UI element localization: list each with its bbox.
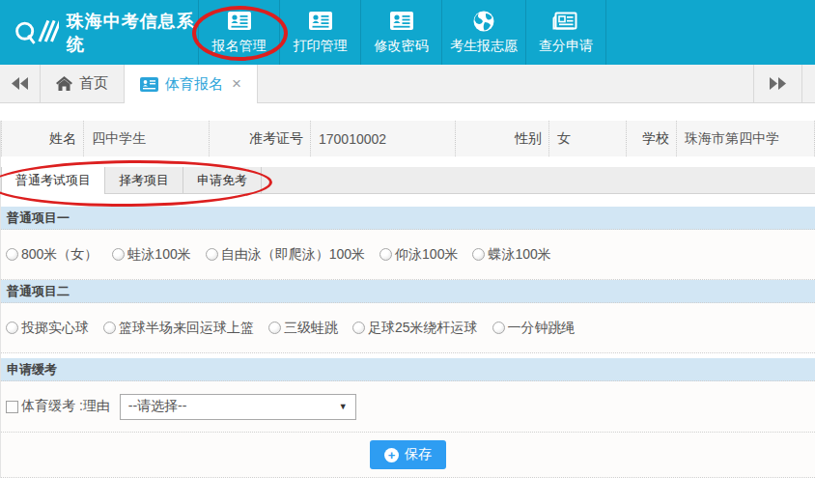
id-card-icon xyxy=(307,11,334,34)
id-card-icon xyxy=(226,11,253,34)
deferral-checkbox[interactable] xyxy=(6,401,18,413)
radio-icon[interactable] xyxy=(352,322,365,334)
deferral-checkbox-label: 体育缓考 :理由 xyxy=(21,398,110,415)
nav-label: 修改密码 xyxy=(375,38,429,55)
radio-option-jump-rope[interactable]: 一分钟跳绳 xyxy=(492,320,576,337)
nav-item-score-inquiry[interactable]: 查分申请 xyxy=(525,0,606,65)
tabbar-spacer xyxy=(258,65,753,102)
gender-label: 性别 xyxy=(455,121,548,156)
radio-option-basketball-layup[interactable]: 篮球半场来回运球上篮 xyxy=(103,320,254,337)
newspaper-icon xyxy=(552,11,579,34)
nav-item-registration[interactable]: 报名管理 xyxy=(198,0,279,65)
content-panel: 姓名 四中学生 准考证号 170010002 性别 女 学校 珠海市第四中学 普… xyxy=(0,121,815,478)
subtabs-spacer xyxy=(262,167,815,193)
nav-item-candidate-preferences[interactable]: 考生报志愿 xyxy=(441,0,525,65)
sports-registration-form: 普通项目一 800米（女） 蛙泳100米 自由泳（即爬泳）100米 仰泳100米… xyxy=(1,194,815,478)
radio-option-800m[interactable]: 800米（女） xyxy=(6,246,98,264)
deferral-row: 体育缓考 :理由 --请选择-- ▼ xyxy=(1,381,815,432)
nav-item-print[interactable]: 打印管理 xyxy=(279,0,360,65)
gender-value: 女 xyxy=(548,121,626,156)
double-chevron-left-icon xyxy=(12,77,28,90)
radio-icon[interactable] xyxy=(268,322,281,334)
home-icon xyxy=(56,76,72,91)
radio-icon[interactable] xyxy=(492,322,505,334)
nav-label: 查分申请 xyxy=(539,38,593,55)
student-info-row: 姓名 四中学生 准考证号 170010002 性别 女 学校 珠海市第四中学 xyxy=(1,121,815,156)
radio-option-soccer-dribble[interactable]: 足球25米绕杆运球 xyxy=(352,320,478,337)
tab-home[interactable]: 首页 xyxy=(41,65,125,102)
plus-icon: + xyxy=(384,448,399,462)
tab-home-label: 首页 xyxy=(79,74,108,93)
globe-icon xyxy=(471,11,496,34)
registration-subtabs: 普通考试项目 择考项目 申请免考 xyxy=(1,167,815,194)
nav-label: 考生报志愿 xyxy=(450,38,518,55)
radio-icon[interactable] xyxy=(112,248,125,261)
chevron-down-icon: ▼ xyxy=(339,402,348,411)
nav-label: 打印管理 xyxy=(294,38,348,55)
subtab-normal-exam-items[interactable]: 普通考试项目 xyxy=(1,167,105,194)
radio-icon[interactable] xyxy=(6,322,18,334)
tab-sports-registration[interactable]: 体育报名 × xyxy=(125,65,258,103)
logo-mark-icon xyxy=(14,15,59,50)
nav-label: 报名管理 xyxy=(212,38,267,55)
radio-icon[interactable] xyxy=(472,248,485,261)
main-nav: 报名管理 打印管理 修改密码 xyxy=(198,0,606,65)
name-label: 姓名 xyxy=(1,121,83,156)
save-button[interactable]: + 保存 xyxy=(370,440,446,469)
scroll-tabs-left-button[interactable] xyxy=(0,65,41,102)
name-value: 四中学生 xyxy=(83,121,209,156)
normal-item-2-options: 投掷实心球 篮球半场来回运球上篮 三级蛙跳 足球25米绕杆运球 一分钟跳绳 xyxy=(1,303,815,353)
section-header-normal-item-2: 普通项目二 xyxy=(1,280,815,303)
nav-item-change-password[interactable]: 修改密码 xyxy=(360,0,441,65)
section-header-normal-item-1: 普通项目一 xyxy=(1,207,815,230)
exam-id-label: 准考证号 xyxy=(209,121,310,156)
tab-bar: 首页 体育报名 × xyxy=(0,65,815,103)
id-card-icon xyxy=(140,77,158,92)
radio-icon[interactable] xyxy=(6,248,18,261)
selected-option: --请选择-- xyxy=(128,398,187,415)
radio-option-backstroke-100m[interactable]: 仰泳100米 xyxy=(379,246,458,264)
save-row: + 保存 xyxy=(1,432,815,478)
app-header: 珠海中考信息系统 报名管理 xyxy=(0,0,815,65)
save-button-label: 保存 xyxy=(405,446,432,463)
app-title: 珠海中考信息系统 xyxy=(67,10,198,56)
deferral-reason-select[interactable]: --请选择-- ▼ xyxy=(120,394,356,420)
scroll-tabs-right-button[interactable] xyxy=(753,65,801,102)
radio-option-triple-jump[interactable]: 三级蛙跳 xyxy=(268,320,338,337)
radio-icon[interactable] xyxy=(103,322,116,334)
id-card-icon xyxy=(388,11,415,34)
normal-item-1-options: 800米（女） 蛙泳100米 自由泳（即爬泳）100米 仰泳100米 蝶泳100… xyxy=(1,230,815,280)
radio-icon[interactable] xyxy=(206,248,218,261)
radio-option-butterfly-100m[interactable]: 蝶泳100米 xyxy=(472,246,550,264)
radio-option-freestyle-100m[interactable]: 自由泳（即爬泳）100米 xyxy=(206,246,365,264)
tab-sports-label: 体育报名 xyxy=(165,75,223,94)
radio-option-breaststroke-100m[interactable]: 蛙泳100米 xyxy=(112,246,190,264)
tabbar-right-edge xyxy=(801,65,815,102)
radio-icon[interactable] xyxy=(379,248,392,261)
app-logo: 珠海中考信息系统 xyxy=(0,0,198,65)
subtab-exemption-request[interactable]: 申请免考 xyxy=(183,167,262,193)
section-header-deferral: 申请缓考 xyxy=(1,358,815,381)
subtab-elective-items[interactable]: 择考项目 xyxy=(105,167,183,193)
close-tab-icon[interactable]: × xyxy=(232,74,241,94)
exam-id-value: 170010002 xyxy=(310,121,455,156)
radio-option-medicine-ball[interactable]: 投掷实心球 xyxy=(6,320,89,337)
school-value: 珠海市第四中学 xyxy=(676,121,814,156)
school-label: 学校 xyxy=(626,121,676,156)
double-chevron-right-icon xyxy=(770,77,786,90)
